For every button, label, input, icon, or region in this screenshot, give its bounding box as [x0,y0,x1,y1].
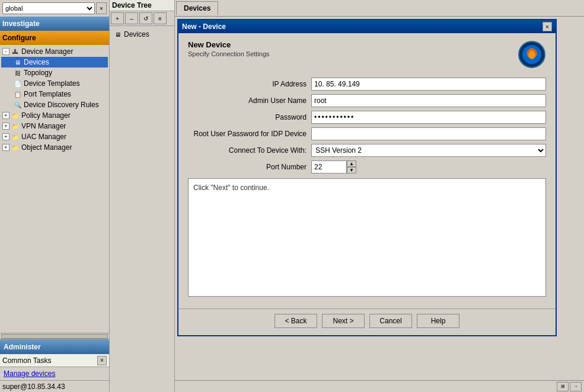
sidebar-item-vpn-manager[interactable]: + 📁 VPN Manager [1,121,108,131]
admin-user-input[interactable] [311,94,546,107]
center-refresh-btn[interactable]: ↺ [139,12,152,24]
center-toolbar: + – ↺ ≡ [110,11,174,26]
help-button[interactable]: Help [417,314,459,328]
object-label: Object Manager [21,143,72,152]
port-number-area: ▲ ▼ [311,160,546,173]
devices-tab-bar: Devices [175,0,584,17]
info-box: Click "Next" to continue. [188,178,546,297]
sidebar-close-btn[interactable]: × [96,2,107,14]
dialog-title-section: New Device Specify Connection Settings [188,40,270,57]
global-dropdown[interactable]: global [2,2,95,14]
network-icon-2: → [570,382,582,391]
port-number-label: Port Number [188,163,307,171]
sidebar-item-device-discovery[interactable]: 🔍 Device Discovery Rules [1,99,108,110]
devices-icon: 🖥 [13,57,23,67]
password-label: Password [188,113,307,121]
device-manager-label: Device Manager [21,47,73,56]
administer-section[interactable]: Administer [0,340,109,354]
info-text: Click "Next" to continue. [193,184,269,192]
device-templates-icon: 📄 [13,79,23,88]
dialog-content: New Device Specify Connection Settings [178,33,556,309]
dialog-subtitle: Specify Connection Settings [188,50,270,57]
port-number-input[interactable] [311,160,347,173]
password-input[interactable] [311,111,546,124]
root-password-input[interactable] [311,127,546,140]
configure-section[interactable]: Configure [0,31,109,45]
port-down-btn[interactable]: ▼ [347,167,356,173]
new-device-dialog: New - Device × New Device Specify Connec… [177,19,557,336]
back-button[interactable]: < Back [275,314,317,328]
dialog-overlay: New - Device × New Device Specify Connec… [175,17,584,380]
expand-object[interactable]: + [2,144,9,151]
topology-label: Topology [24,69,52,77]
sidebar-item-devices[interactable]: 🖥 Devices [1,57,108,68]
center-panel: Device Tree + – ↺ ≡ 🖥 Devices [110,0,175,392]
port-templates-label: Port Templates [24,90,71,98]
sidebar-item-object-manager[interactable]: + 📁 Object Manager [1,142,108,153]
investigate-section[interactable]: Investigate [0,17,109,31]
manage-devices-link[interactable]: Manage devices [4,369,55,378]
center-devices-item[interactable]: 🖥 Devices [112,28,172,40]
dialog-header: New Device Specify Connection Settings [188,40,546,70]
dialog-titlebar: New - Device × [178,20,556,33]
dialog-main-title: New Device [188,40,270,49]
dialog-buttons: < Back Next > Cancel Help [178,309,556,335]
dialog-logo [518,40,546,70]
object-icon: 📁 [11,143,20,152]
sidebar-item-topology[interactable]: ⛓ Topology [1,68,108,78]
connect-select[interactable]: SSH Version 2 [311,144,546,157]
devices-tab[interactable]: Devices [176,1,218,15]
common-tasks-content: Manage devices [0,367,109,380]
expand-uac[interactable]: + [2,133,9,140]
sidebar-item-policy-manager[interactable]: + 📁 Policy Manager [1,110,108,121]
device-discovery-icon: 🔍 [13,100,23,110]
common-tasks-bar: Common Tasks × [0,354,109,367]
device-tree-header: Device Tree [110,0,174,11]
expand-vpn[interactable]: + [2,123,9,130]
center-add-btn[interactable]: + [111,12,124,24]
device-discovery-label: Device Discovery Rules [24,101,99,109]
admin-user-label: Admin User Name [188,97,307,105]
connect-label: Connect To Device With: [188,146,307,155]
connection-form: IP Address Admin User Name Password Root… [188,78,546,173]
expand-device-manager[interactable]: - [2,48,9,55]
devices-tab-label: Devices [184,4,210,12]
dialog-close-btn[interactable]: × [542,22,552,31]
network-icon-1: ⊞ [557,382,569,391]
configure-label: Configure [2,34,36,42]
device-tree-label: Device Tree [112,1,152,9]
port-templates-icon: 📋 [13,89,23,99]
ip-address-input[interactable] [311,78,546,91]
status-bar-bottom: ⊞ → [175,380,584,392]
center-remove-btn[interactable]: – [125,12,138,24]
vpn-icon: 📁 [11,121,20,131]
investigate-label: Investigate [2,20,40,28]
sidebar-item-uac-manager[interactable]: + 📁 UAC Manager [1,131,108,142]
cancel-button[interactable]: Cancel [369,314,412,328]
policy-icon: 📁 [11,111,20,120]
expand-policy[interactable]: + [2,112,9,119]
topology-icon: ⛓ [13,68,23,78]
device-manager-icon: 🖧 [11,47,20,56]
device-templates-label: Device Templates [24,79,80,88]
ip-address-label: IP Address [188,80,307,88]
bottom-right-icons: ⊞ → [557,382,582,391]
next-button[interactable]: Next > [322,314,365,328]
center-devices-label: Devices [124,30,149,38]
connect-dropdown-area: SSH Version 2 [311,144,546,157]
common-tasks-close[interactable]: × [97,356,107,365]
status-bar-user: super@10.85.34.43 [0,380,109,392]
sidebar-item-port-templates[interactable]: 📋 Port Templates [1,89,108,99]
port-spinner: ▲ ▼ [347,160,356,173]
uac-label: UAC Manager [21,133,66,141]
root-password-label: Root User Password for IDP Device [188,130,307,138]
center-menu-btn[interactable]: ≡ [154,12,167,24]
sidebar-item-device-templates[interactable]: 📄 Device Templates [1,78,108,89]
port-up-btn[interactable]: ▲ [347,160,356,167]
policy-label: Policy Manager [21,111,71,120]
administer-label: Administer [4,343,41,351]
center-devices-icon: 🖥 [113,30,123,39]
common-tasks-label: Common Tasks [2,356,51,365]
sidebar-item-device-manager[interactable]: - 🖧 Device Manager [1,46,108,57]
right-panel: Devices New - Device × New Device Specif… [175,0,584,392]
